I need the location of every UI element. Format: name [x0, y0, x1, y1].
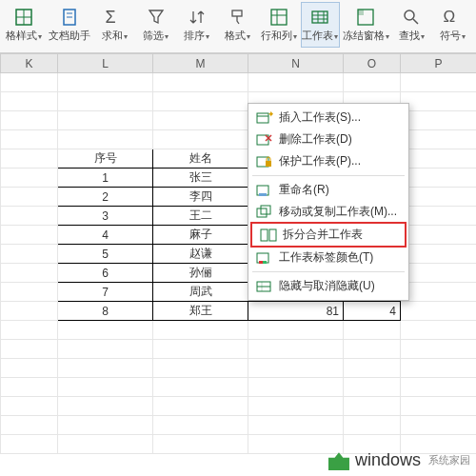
dd-separator — [252, 271, 405, 272]
omega-icon: Ω — [443, 8, 462, 27]
dd-label: 拆分合并工作表 — [283, 227, 363, 243]
move-copy-icon — [256, 205, 273, 220]
caret-icon: ▾ — [124, 32, 128, 41]
tb-label: 文档助手 — [49, 29, 90, 43]
tb-filter[interactable]: 筛选▾ — [136, 2, 175, 48]
tb-label: 查找 — [399, 30, 420, 41]
tb-label: 排序 — [184, 30, 205, 41]
grid-icon — [14, 8, 33, 27]
tb-label: 行和列 — [261, 30, 292, 41]
insert-sheet-icon: ✦ — [256, 110, 273, 126]
tb-rowcol[interactable]: 行和列▾ — [260, 2, 299, 48]
tb-label: 符号 — [440, 30, 461, 41]
ribbon-toolbar: 格样式▾ 文档助手 Σ 求和▾ 筛选▾ 排序▾ 格式▾ 行和列▾ 工作表▾ 冻结… — [0, 0, 476, 53]
tb-label: 工作表 — [302, 30, 333, 41]
rowcol-icon — [269, 8, 288, 27]
th-index[interactable]: 序号 — [58, 149, 153, 169]
sheet-icon — [310, 8, 329, 27]
caret-icon: ▾ — [293, 32, 297, 41]
caret-icon: ▾ — [421, 32, 425, 41]
caret-icon: ▾ — [38, 32, 42, 41]
col-header[interactable]: M — [153, 54, 248, 73]
svg-text:✦: ✦ — [268, 110, 273, 119]
svg-rect-16 — [358, 10, 364, 15]
dd-delete-sheet[interactable]: 删除工作表(D) — [248, 129, 408, 150]
watermark: windows系统家园 — [328, 449, 470, 470]
doc-icon — [60, 8, 79, 27]
dd-insert-sheet[interactable]: ✦ 插入工作表(S)... — [248, 107, 408, 129]
svg-rect-31 — [261, 229, 268, 241]
col-header[interactable]: N — [248, 54, 344, 73]
col-header[interactable]: P — [401, 54, 477, 73]
caret-icon: ▾ — [165, 32, 169, 41]
column-header-row: K L M N O P — [1, 54, 477, 73]
svg-rect-6 — [232, 10, 242, 16]
tb-doc-assistant[interactable]: 文档助手 — [45, 2, 93, 48]
worksheet-dropdown-menu: ✦ 插入工作表(S)... 删除工作表(D) 保护工作表(P)... 重命名(R… — [248, 103, 409, 301]
svg-rect-29 — [257, 208, 267, 217]
sigma-icon: Σ — [106, 8, 125, 27]
watermark-text: windows — [355, 450, 421, 470]
svg-rect-7 — [271, 10, 287, 25]
dd-split-merge[interactable]: 拆分合并工作表 — [250, 222, 407, 248]
dd-label: 保护工作表(P)... — [279, 153, 361, 169]
svg-rect-32 — [269, 229, 276, 241]
svg-rect-28 — [259, 193, 267, 196]
caret-icon: ▾ — [206, 32, 209, 41]
dd-label: 重命名(R) — [279, 182, 329, 198]
dd-label: 删除工作表(D) — [279, 131, 352, 148]
funnel-icon — [147, 8, 166, 27]
tb-format[interactable]: 格式▾ — [218, 2, 257, 48]
tab-color-icon — [256, 250, 273, 266]
caret-icon: ▾ — [247, 32, 250, 41]
tb-sort[interactable]: 排序▾ — [177, 2, 216, 48]
delete-sheet-icon — [256, 132, 273, 148]
tb-label: 冻结窗格 — [343, 30, 385, 41]
rename-icon — [256, 183, 273, 198]
caret-icon: ▾ — [334, 32, 338, 41]
protect-sheet-icon — [256, 154, 273, 169]
tb-label: 求和 — [102, 30, 123, 41]
col-header[interactable]: K — [1, 54, 58, 73]
tb-cell-styles[interactable]: 格样式▾ — [4, 2, 43, 48]
table-row: 8郑王814 — [1, 302, 477, 321]
hide-icon — [256, 279, 273, 294]
tb-sum[interactable]: Σ 求和▾ — [95, 2, 134, 48]
freeze-icon — [356, 8, 375, 27]
tb-freeze[interactable]: 冻结窗格▾ — [342, 2, 390, 48]
svg-rect-30 — [261, 206, 270, 214]
dd-rename[interactable]: 重命名(R) — [248, 179, 408, 201]
dd-label: 隐藏与取消隐藏(U) — [279, 278, 375, 294]
dd-label: 移动或复制工作表(M)... — [279, 204, 397, 220]
svg-rect-10 — [312, 11, 327, 23]
th-name[interactable]: 姓名 — [153, 149, 248, 169]
tb-label: 格式 — [225, 30, 246, 41]
tb-symbol[interactable]: Ω 符号▾ — [433, 2, 472, 48]
search-icon — [402, 8, 421, 27]
dd-move-copy[interactable]: 移动或复制工作表(M)... — [248, 201, 408, 223]
house-icon — [328, 449, 349, 470]
watermark-sub: 系统家园 — [428, 453, 470, 467]
col-header[interactable]: L — [58, 54, 153, 73]
caret-icon: ▾ — [462, 32, 466, 41]
dd-hide-unhide[interactable]: 隐藏与取消隐藏(U) — [248, 275, 408, 297]
sort-icon — [188, 8, 207, 27]
tb-label: 格样式 — [6, 30, 37, 41]
svg-line-18 — [413, 19, 418, 24]
paint-icon — [228, 8, 248, 27]
svg-rect-26 — [266, 161, 271, 167]
split-merge-icon — [260, 228, 277, 243]
svg-rect-35 — [263, 261, 267, 264]
dd-separator — [252, 175, 405, 176]
dd-label: 工作表标签颜色(T) — [279, 249, 373, 266]
dd-protect-sheet[interactable]: 保护工作表(P)... — [248, 150, 408, 172]
tb-worksheet[interactable]: 工作表▾ — [301, 2, 340, 48]
dd-tab-color[interactable]: 工作表标签颜色(T) — [248, 247, 408, 268]
spreadsheet-area[interactable]: K L M N O P 序号 姓名 1张三 2李四 3王二932 4麻子991 … — [0, 53, 476, 476]
col-header[interactable]: O — [344, 54, 401, 73]
caret-icon: ▾ — [386, 32, 389, 41]
tb-find[interactable]: 查找▾ — [392, 2, 431, 48]
dd-label: 插入工作表(S)... — [279, 109, 361, 126]
svg-rect-34 — [259, 261, 263, 264]
tb-label: 筛选 — [143, 30, 164, 41]
